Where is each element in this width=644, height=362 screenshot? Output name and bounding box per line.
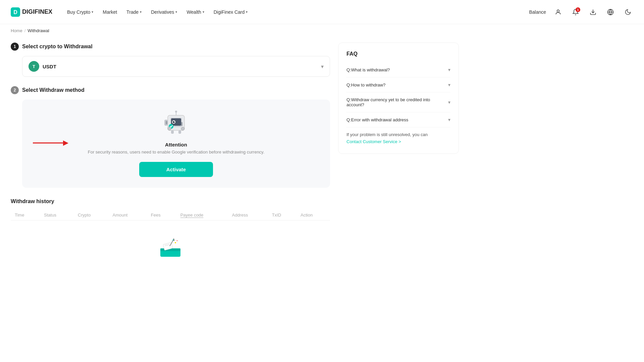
- svg-rect-13: [171, 130, 174, 134]
- breadcrumb-separator: /: [24, 28, 26, 33]
- breadcrumb-home[interactable]: Home: [11, 28, 22, 33]
- faq-footer: If your problem is still unresolved, you…: [346, 131, 450, 145]
- svg-point-20: [181, 127, 184, 130]
- faq-question-0: Q:What is withdrawal?: [346, 67, 390, 72]
- faq-chevron-0-icon: ▾: [448, 67, 450, 72]
- theme-toggle-button[interactable]: [623, 7, 633, 17]
- balance-button[interactable]: Balance: [529, 9, 546, 15]
- dropdown-arrow-icon: ▾: [321, 63, 324, 70]
- navbar: D DIGIFINEX Buy Crypto ▾ Market Trade ▾ …: [0, 0, 644, 24]
- download-icon: [590, 9, 596, 15]
- col-payee-code: Payee code: [176, 210, 228, 221]
- faq-chevron-1-icon: ▾: [448, 82, 450, 87]
- logo[interactable]: D DIGIFINEX: [11, 7, 52, 17]
- chevron-down-icon: ▾: [175, 10, 177, 14]
- faq-panel: FAQ Q:What is withdrawal? ▾ Q:How to wit…: [338, 43, 459, 154]
- contact-customer-service-link[interactable]: Contact Customer Service >: [346, 139, 401, 144]
- nav-market[interactable]: Market: [99, 7, 121, 17]
- brand-name: DIGIFINEX: [22, 8, 52, 15]
- step1-header: 1 Select crypto to Withdrawal: [11, 43, 330, 51]
- breadcrumb-current: Withdrawal: [28, 28, 49, 33]
- nav-derivatives[interactable]: Derivatives ▾: [147, 7, 181, 17]
- user-icon-button[interactable]: [553, 7, 564, 17]
- col-txid: TxID: [268, 210, 297, 221]
- step1-title: Select crypto to Withdrawal: [22, 44, 93, 50]
- step2-header: 2 Select Withdraw method: [11, 86, 330, 94]
- navbar-right: Balance 1: [529, 7, 633, 17]
- arrow-head-icon: [63, 140, 68, 146]
- svg-point-2: [557, 10, 559, 12]
- language-button[interactable]: [605, 7, 616, 17]
- history-title: Withdraw history: [11, 198, 330, 204]
- svg-rect-19: [181, 122, 182, 126]
- download-button[interactable]: [588, 7, 598, 17]
- faq-question-3: Q:Error with withdrawal address: [346, 117, 408, 122]
- main-content: 1 Select crypto to Withdrawal T USDT ▾ 2…: [0, 37, 470, 288]
- faq-item-2[interactable]: Q:Withdraw currency yet to be credited i…: [346, 93, 450, 112]
- chevron-down-icon: ▾: [140, 10, 142, 14]
- globe-icon: [607, 9, 614, 15]
- history-table: Time Status Crypto Amount Fees Payee cod…: [11, 210, 330, 275]
- svg-point-29: [175, 242, 176, 243]
- col-time: Time: [11, 210, 40, 221]
- empty-state: [11, 221, 330, 275]
- user-icon: [555, 9, 561, 15]
- nav-wealth[interactable]: Wealth ▾: [182, 7, 208, 17]
- right-panel: FAQ Q:What is withdrawal? ▾ Q:How to wit…: [338, 43, 459, 275]
- col-fees: Fees: [147, 210, 176, 221]
- svg-point-31: [173, 240, 174, 241]
- activate-button[interactable]: Activate: [139, 162, 213, 177]
- col-address: Address: [228, 210, 268, 221]
- crypto-selector[interactable]: T USDT ▾: [22, 56, 330, 77]
- faq-question-1: Q:How to withdraw?: [346, 82, 385, 87]
- faq-question-2: Q:Withdraw currency yet to be credited i…: [346, 97, 448, 107]
- faq-item-1[interactable]: Q:How to withdraw? ▾: [346, 77, 450, 93]
- usdt-icon: T: [29, 61, 39, 72]
- svg-point-30: [177, 240, 178, 241]
- chevron-down-icon: ▾: [246, 10, 248, 14]
- step2-title: Select Withdraw method: [22, 87, 85, 93]
- withdraw-history-section: Withdraw history Time Status Crypto Amou…: [11, 198, 330, 275]
- arrow-line: [33, 142, 63, 143]
- attention-box: Attention For security reasons, users ne…: [22, 100, 330, 188]
- robot-illustration: [161, 110, 191, 136]
- chevron-down-icon: ▾: [92, 10, 93, 14]
- usdt-label: USDT: [43, 64, 56, 69]
- crypto-selector-left: T USDT: [29, 61, 56, 72]
- moon-icon: [625, 9, 631, 15]
- robot-svg: [161, 110, 191, 135]
- step1-number: 1: [11, 43, 19, 51]
- notification-badge: 1: [576, 7, 580, 12]
- faq-footer-text: If your problem is still unresolved, you…: [346, 132, 428, 137]
- attention-title: Attention: [165, 142, 187, 147]
- faq-item-0[interactable]: Q:What is withdrawal? ▾: [346, 62, 450, 77]
- empty-illustration: [157, 237, 184, 258]
- logo-icon: D: [11, 7, 20, 17]
- navbar-left: D DIGIFINEX Buy Crypto ▾ Market Trade ▾ …: [11, 7, 252, 17]
- svg-point-18: [175, 111, 177, 113]
- chevron-down-icon: ▾: [203, 10, 204, 14]
- svg-text:D: D: [13, 9, 17, 15]
- step2-number: 2: [11, 86, 19, 94]
- attention-description: For security reasons, users need to enab…: [88, 149, 265, 155]
- notification-button[interactable]: 1: [570, 7, 581, 17]
- col-crypto: Crypto: [74, 210, 108, 221]
- nav-digifinex-card[interactable]: DigiFinex Card ▾: [210, 7, 252, 17]
- svg-point-21: [168, 127, 171, 130]
- col-action: Action: [297, 210, 330, 221]
- faq-item-3[interactable]: Q:Error with withdrawal address ▾: [346, 112, 450, 127]
- nav-links: Buy Crypto ▾ Market Trade ▾ Derivatives …: [63, 7, 252, 17]
- faq-chevron-2-icon: ▾: [448, 100, 450, 105]
- breadcrumb: Home / Withdrawal: [0, 24, 644, 37]
- faq-title: FAQ: [346, 51, 450, 57]
- left-panel: 1 Select crypto to Withdrawal T USDT ▾ 2…: [11, 43, 330, 275]
- faq-chevron-3-icon: ▾: [448, 117, 450, 122]
- svg-rect-14: [178, 130, 181, 134]
- svg-point-11: [174, 121, 175, 122]
- col-amount: Amount: [109, 210, 147, 221]
- nav-buy-crypto[interactable]: Buy Crypto ▾: [63, 7, 97, 17]
- col-status: Status: [40, 210, 74, 221]
- nav-trade[interactable]: Trade ▾: [122, 7, 146, 17]
- red-arrow: [33, 140, 68, 146]
- svg-rect-16: [166, 121, 167, 124]
